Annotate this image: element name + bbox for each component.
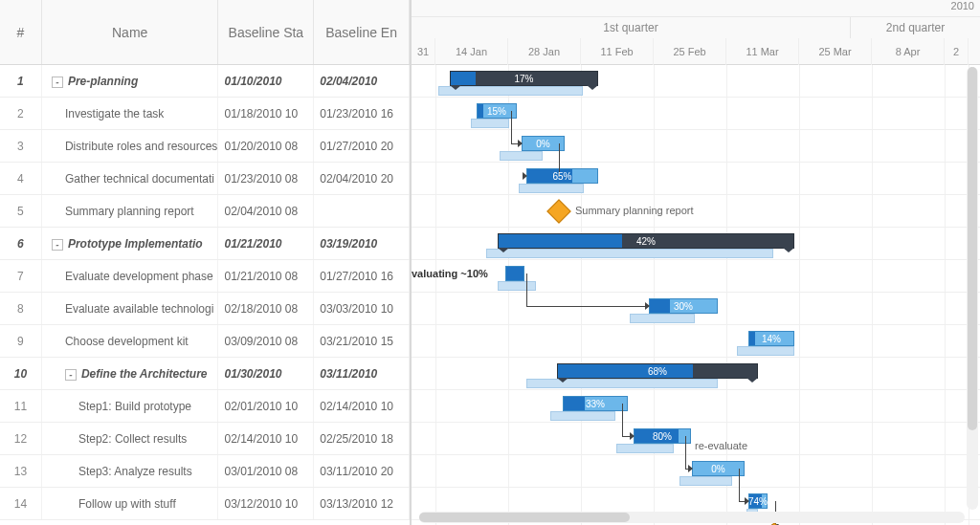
table-row[interactable]: 9Choose development kit03/09/2010 0803/2…: [0, 325, 410, 358]
baseline-end: 01/27/2010 20: [314, 130, 410, 162]
row-number: 13: [0, 455, 42, 487]
row-number: 9: [0, 325, 42, 357]
baseline-end: 03/03/2010 10: [314, 293, 410, 324]
task-bar[interactable]: 14%: [748, 331, 794, 346]
task-name: Evaluate available technologi: [65, 302, 213, 316]
baseline-start: 01/20/2010 08: [218, 130, 314, 162]
task-name-cell[interactable]: Distribute roles and resources: [42, 130, 219, 162]
table-row[interactable]: 2Investigate the task01/18/2010 1001/23/…: [0, 98, 410, 130]
row-number: 14: [0, 488, 42, 519]
task-bar[interactable]: 74%: [748, 493, 768, 509]
day-cell: 14 Jan: [435, 38, 508, 65]
task-name: Pre-planning: [68, 75, 138, 88]
summary-bar[interactable]: 17%: [450, 71, 598, 86]
task-name-cell[interactable]: Step3: Analyze results: [42, 455, 219, 487]
baseline-end: 03/21/2010 15: [314, 325, 410, 357]
task-name-cell[interactable]: Investigate the task: [42, 98, 219, 129]
task-name: Define the Architecture: [81, 367, 208, 381]
task-bar[interactable]: 33%: [563, 396, 628, 411]
table-row[interactable]: 7Evaluate development phase01/21/2010 08…: [0, 260, 410, 293]
progress-label: 0%: [711, 464, 724, 474]
day-cell: 2: [945, 38, 969, 65]
task-name-cell[interactable]: -Pre-planning: [42, 65, 219, 97]
task-name-cell[interactable]: Evaluate available technologi: [42, 293, 219, 324]
task-name: Step1: Build prototype: [78, 400, 191, 413]
row-number: 3: [0, 130, 42, 162]
table-row[interactable]: 12Step2: Collect results02/14/2010 1002/…: [0, 423, 410, 455]
task-bar[interactable]: 80%: [634, 428, 691, 444]
gantt-row: [412, 390, 980, 423]
task-name: Step3: Analyze results: [78, 465, 192, 478]
baseline-end: 03/13/2010 12: [314, 488, 410, 519]
vscroll-thumb[interactable]: [968, 67, 977, 430]
baseline-bar: [471, 119, 509, 128]
row-number: 10: [0, 358, 42, 389]
baseline-start: 01/23/2010 08: [218, 163, 314, 194]
baseline-start: 01/30/2010: [218, 358, 314, 389]
task-bar[interactable]: 0%: [692, 461, 745, 476]
baseline-bar: [616, 444, 674, 453]
col-header-name[interactable]: Name: [42, 0, 219, 64]
task-name-cell[interactable]: Evaluate development phase: [42, 260, 219, 292]
task-name: Summary planning report: [65, 205, 194, 218]
col-header-baseline-start[interactable]: Baseline Sta: [218, 0, 314, 64]
collapse-toggle[interactable]: -: [65, 369, 77, 381]
progress-label: 15%: [487, 106, 506, 117]
task-annotation: re-evaluate: [695, 440, 747, 451]
baseline-start: 02/18/2010 08: [218, 293, 314, 324]
baseline-start: 02/14/2010 10: [218, 423, 314, 454]
summary-bar[interactable]: 68%: [557, 363, 758, 379]
task-name: Gather technical documentati: [65, 172, 214, 186]
gantt-body[interactable]: 17%15%0%65%Summary planning report42%val…: [412, 65, 980, 525]
table-row[interactable]: 10-Define the Architecture01/30/201003/1…: [0, 358, 410, 390]
baseline-end: 03/11/2010 20: [314, 455, 410, 487]
task-name: Prototype Implementatio: [68, 237, 203, 251]
collapse-toggle[interactable]: -: [52, 77, 63, 88]
timeline-header: 2010 1st quarter2nd quarter 3114 Jan28 J…: [412, 0, 980, 65]
progress-fill: [506, 267, 523, 280]
baseline-end: 03/11/2010: [314, 358, 410, 389]
collapse-toggle[interactable]: -: [52, 239, 63, 251]
quarter-cell: 2nd quarter: [851, 17, 980, 38]
task-bar[interactable]: 30%: [649, 298, 718, 314]
progress-label: 65%: [552, 171, 571, 182]
progress-label: 68%: [648, 366, 667, 377]
progress-fill: [749, 332, 755, 345]
table-row[interactable]: 8Evaluate available technologi02/18/2010…: [0, 293, 410, 325]
vertical-scrollbar[interactable]: [967, 67, 978, 510]
col-header-num[interactable]: #: [0, 0, 42, 64]
table-row[interactable]: 11Step1: Build prototype02/01/2010 1002/…: [0, 390, 410, 423]
summary-bar[interactable]: 42%: [498, 233, 794, 249]
progress-label: 0%: [536, 139, 549, 149]
task-name-cell[interactable]: Step2: Collect results: [42, 423, 219, 454]
table-row[interactable]: 4Gather technical documentati01/23/2010 …: [0, 163, 410, 195]
progress-fill: [558, 364, 693, 378]
task-name-cell[interactable]: -Define the Architecture: [42, 358, 219, 389]
task-bar[interactable]: [505, 266, 524, 281]
table-row[interactable]: 5Summary planning report02/04/2010 08: [0, 195, 410, 228]
baseline-start: 02/04/2010 08: [218, 195, 314, 227]
progress-label: 74%: [748, 496, 768, 507]
gantt-row: [412, 325, 980, 358]
hscroll-thumb[interactable]: [419, 513, 630, 522]
task-name-cell[interactable]: Summary planning report: [42, 195, 219, 227]
day-cell: 25 Feb: [654, 38, 726, 65]
table-row[interactable]: 1-Pre-planning01/10/201002/04/2010: [0, 65, 410, 98]
task-name-cell[interactable]: Step1: Build prototype: [42, 390, 219, 422]
baseline-bar: [486, 249, 773, 258]
task-name-cell[interactable]: Choose development kit: [42, 325, 219, 357]
task-grid: # Name Baseline Sta Baseline En 1-Pre-pl…: [0, 0, 411, 525]
col-header-baseline-end[interactable]: Baseline En: [314, 0, 410, 64]
table-row[interactable]: 13Step3: Analyze results03/01/2010 0803/…: [0, 455, 410, 488]
horizontal-scrollbar[interactable]: [419, 512, 965, 523]
row-number: 1: [0, 65, 42, 97]
baseline-end: 01/27/2010 16: [314, 260, 410, 292]
task-name-cell[interactable]: Gather technical documentati: [42, 163, 219, 194]
table-row[interactable]: 6-Prototype Implementatio01/21/201003/19…: [0, 228, 410, 260]
grid-body: 1-Pre-planning01/10/201002/04/20102Inves…: [0, 65, 410, 520]
table-row[interactable]: 3Distribute roles and resources01/20/201…: [0, 130, 410, 163]
table-row[interactable]: 14Follow up with stuff03/12/2010 1003/13…: [0, 488, 410, 520]
task-name-cell[interactable]: -Prototype Implementatio: [42, 228, 219, 259]
task-name-cell[interactable]: Follow up with stuff: [42, 488, 219, 519]
task-bar[interactable]: 65%: [526, 168, 598, 184]
